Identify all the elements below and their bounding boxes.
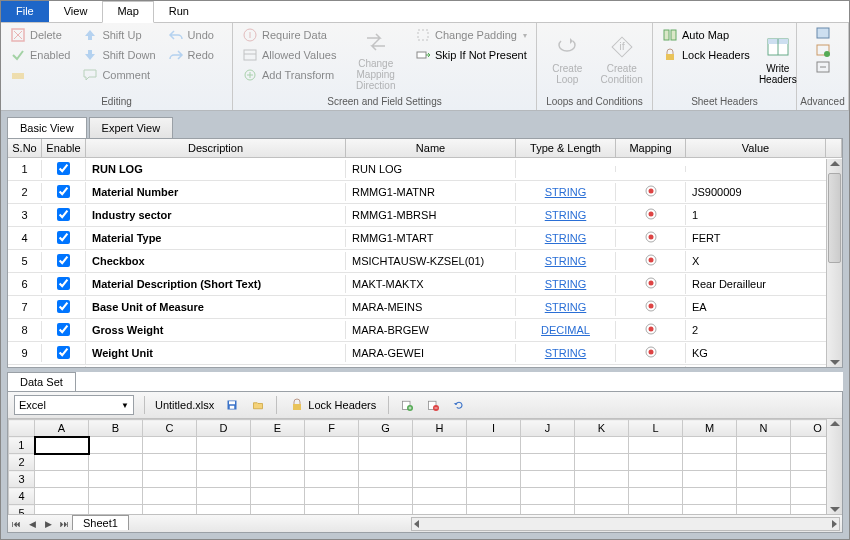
cell[interactable] — [683, 488, 737, 505]
allowed-values-button[interactable]: Allowed Values — [239, 46, 339, 64]
cell-type[interactable]: STRING — [516, 183, 616, 201]
col-sno[interactable]: S.No — [8, 139, 42, 157]
grid-scrollbar[interactable] — [826, 159, 842, 367]
menu-file[interactable]: File — [1, 1, 49, 22]
cell[interactable] — [467, 454, 521, 471]
table-row[interactable]: 7Base Unit of MeasureMARA-MEINSSTRINGEA — [8, 296, 842, 319]
sheet-nav-last[interactable]: ⏭ — [56, 519, 72, 529]
cell-mapping[interactable] — [616, 297, 686, 317]
cell[interactable] — [305, 454, 359, 471]
cell[interactable] — [305, 437, 359, 454]
menu-run[interactable]: Run — [154, 1, 204, 22]
cell[interactable] — [251, 471, 305, 488]
cell[interactable] — [251, 505, 305, 515]
col-name[interactable]: Name — [346, 139, 516, 157]
skip-if-not-present-button[interactable]: Skip If Not Present — [412, 46, 530, 64]
enable-checkbox[interactable] — [57, 208, 70, 221]
cell-mapping[interactable] — [616, 228, 686, 248]
table-row[interactable]: 4Material TypeRMMG1-MTARTSTRINGFERT — [8, 227, 842, 250]
cell[interactable] — [251, 454, 305, 471]
cell[interactable] — [35, 505, 89, 515]
enable-checkbox[interactable] — [57, 323, 70, 336]
cell[interactable] — [629, 505, 683, 515]
undo-button[interactable]: Undo — [165, 26, 217, 44]
cell-value[interactable]: 1 — [686, 206, 842, 224]
cell[interactable] — [683, 471, 737, 488]
require-data-button[interactable]: Require Data — [239, 26, 339, 44]
cell[interactable] — [629, 488, 683, 505]
cell[interactable] — [197, 454, 251, 471]
cell[interactable] — [143, 488, 197, 505]
cell-mapping[interactable] — [616, 274, 686, 294]
sheet-refresh-icon[interactable] — [451, 397, 467, 413]
cell[interactable] — [629, 437, 683, 454]
enable-checkbox[interactable] — [57, 231, 70, 244]
cell[interactable] — [575, 488, 629, 505]
cell[interactable] — [89, 471, 143, 488]
cell[interactable] — [737, 454, 791, 471]
cell[interactable] — [89, 505, 143, 515]
cell-mapping[interactable] — [616, 182, 686, 202]
cell-mapping[interactable] — [616, 343, 686, 363]
cell[interactable] — [305, 488, 359, 505]
cell[interactable] — [359, 454, 413, 471]
table-row[interactable]: 3Industry sectorRMMG1-MBRSHSTRING1 — [8, 204, 842, 227]
cell[interactable] — [467, 437, 521, 454]
col-header[interactable]: J — [521, 420, 575, 437]
change-mapping-button[interactable]: Change Mapping Direction — [345, 26, 406, 92]
col-header[interactable]: L — [629, 420, 683, 437]
cell-type[interactable]: STRING — [516, 229, 616, 247]
table-row[interactable]: 6Material Description (Short Text)MAKT-M… — [8, 273, 842, 296]
menu-map[interactable]: Map — [102, 1, 153, 23]
cell-enable[interactable] — [42, 251, 86, 272]
cell[interactable] — [791, 505, 827, 515]
cell[interactable] — [197, 488, 251, 505]
comment-button[interactable]: Comment — [79, 66, 158, 84]
row-header[interactable]: 2 — [9, 454, 35, 471]
cell[interactable] — [737, 471, 791, 488]
create-condition-button[interactable]: if Create Condition — [598, 26, 647, 92]
cell[interactable] — [359, 471, 413, 488]
row-header[interactable]: 4 — [9, 488, 35, 505]
cell[interactable] — [683, 454, 737, 471]
cell[interactable] — [521, 437, 575, 454]
cell-type[interactable]: STRING — [516, 252, 616, 270]
source-dropdown[interactable]: Excel ▼ — [14, 395, 134, 415]
cell[interactable] — [575, 505, 629, 515]
cell-enable[interactable] — [42, 182, 86, 203]
cell[interactable] — [575, 471, 629, 488]
enable-checkbox[interactable] — [57, 277, 70, 290]
sheet-vscroll[interactable] — [826, 419, 842, 514]
cell[interactable] — [89, 454, 143, 471]
change-padding-button[interactable]: Change Padding▾ — [412, 26, 530, 44]
cell[interactable] — [683, 437, 737, 454]
sheet-hscroll[interactable] — [411, 517, 840, 531]
cell[interactable] — [413, 505, 467, 515]
cell-type[interactable] — [516, 166, 616, 172]
table-row[interactable]: 10Net WeightMARA-NTGEWDECIMAL1 — [8, 365, 842, 367]
cell-value[interactable]: FERT — [686, 229, 842, 247]
cell[interactable] — [143, 505, 197, 515]
tab-data-set[interactable]: Data Set — [7, 372, 76, 391]
cell[interactable] — [467, 505, 521, 515]
table-row[interactable]: 2Material NumberRMMG1-MATNRSTRINGJS90000… — [8, 181, 842, 204]
cell-value[interactable] — [686, 166, 842, 172]
cell-type[interactable]: DECIMAL — [516, 321, 616, 339]
cell[interactable] — [413, 454, 467, 471]
table-row[interactable]: 5CheckboxMSICHTAUSW-KZSEL(01)STRINGX — [8, 250, 842, 273]
cell[interactable] — [737, 437, 791, 454]
cell[interactable] — [143, 471, 197, 488]
col-mapping[interactable]: Mapping — [616, 139, 686, 157]
row-header[interactable]: 3 — [9, 471, 35, 488]
enable-checkbox[interactable] — [57, 185, 70, 198]
cell-value[interactable]: Rear Derailleur — [686, 275, 842, 293]
delete-button[interactable]: Delete — [7, 26, 73, 44]
sheet-nav-first[interactable]: ⏮ — [8, 519, 24, 529]
cell[interactable] — [683, 505, 737, 515]
cell[interactable] — [413, 437, 467, 454]
cell[interactable] — [521, 505, 575, 515]
sheet-remove-icon[interactable] — [425, 397, 441, 413]
cell-value[interactable]: JS900009 — [686, 183, 842, 201]
cell[interactable] — [359, 488, 413, 505]
cell-enable[interactable] — [42, 320, 86, 341]
